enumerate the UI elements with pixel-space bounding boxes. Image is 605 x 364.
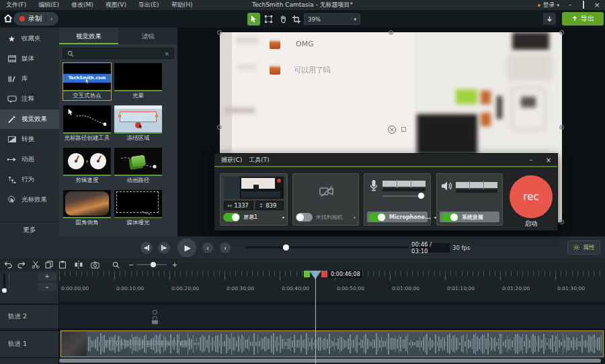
properties-button[interactable]: 属性 (567, 240, 600, 255)
split-button[interactable] (74, 261, 83, 269)
zoom-in-button[interactable]: + (170, 261, 179, 269)
login-caret-icon[interactable]: ▾ (557, 3, 559, 8)
home-button[interactable] (3, 14, 13, 23)
step-back-button[interactable]: ◀ (140, 242, 153, 254)
selection-handle[interactable] (559, 30, 564, 35)
effect-cursor-path-creator[interactable]: 光标路径创建工具 (63, 105, 111, 142)
selection-handle[interactable] (217, 125, 222, 130)
recorder-close-button[interactable]: × (540, 156, 557, 164)
download-button[interactable] (543, 13, 556, 25)
effect-clip-speed[interactable]: › 剪辑速度 (63, 148, 111, 185)
effect-rounded-corners[interactable]: 圆角倒角 (63, 190, 111, 227)
cursor-icon (67, 108, 74, 116)
sidebar-more-button[interactable]: 更多 (0, 222, 59, 234)
selection-handle[interactable] (217, 30, 222, 35)
timeline-horizontal-scrollbar[interactable] (59, 359, 601, 363)
crop-tool-button[interactable] (290, 13, 302, 26)
sidebar-item-behaviors[interactable]: 行为 (0, 170, 59, 189)
screen-source-row[interactable]: 屏幕1 ▾ (223, 212, 284, 222)
mic-toggle[interactable] (369, 213, 386, 222)
anchor-center-icon[interactable] (387, 125, 397, 134)
screenshot-button[interactable] (90, 261, 99, 269)
sidebar-item-transitions[interactable]: 转换 (0, 130, 59, 149)
login-button[interactable]: 登录 (542, 1, 555, 9)
tab-filters[interactable]: 滤镜 (118, 28, 177, 44)
track-2-toggles[interactable] (152, 310, 158, 324)
sidebar-item-media[interactable]: 媒体 (0, 49, 59, 69)
sidebar-item-annotations[interactable]: 注释 (0, 89, 59, 109)
export-button[interactable]: 导出 (562, 12, 604, 26)
sidebar-item-favorites[interactable]: ★ 收藏夹 (0, 29, 59, 48)
play-button[interactable]: ▶ (177, 238, 196, 257)
playhead-out-handle[interactable] (321, 271, 327, 277)
zoom-out-button[interactable]: − (126, 261, 136, 269)
transform-tool-button[interactable] (262, 13, 275, 26)
effect-media-matte[interactable]: 媒体哑光 (114, 190, 162, 227)
cut-button[interactable] (31, 261, 40, 269)
mic-slider-knob[interactable] (418, 193, 424, 199)
tab-visual-effects[interactable]: 视觉效果 (59, 28, 118, 44)
track-height-knob[interactable] (2, 288, 7, 293)
playback-scrubber[interactable] (245, 246, 409, 248)
redo-button[interactable] (17, 261, 26, 269)
copy-button[interactable] (44, 261, 54, 269)
add-track-button[interactable]: + (38, 273, 56, 281)
phone-body (508, 54, 552, 81)
track-row-2[interactable]: 轨道 2 (0, 304, 605, 329)
recorder-menu-tools[interactable]: 工具(T) (249, 156, 270, 165)
mic-source-row[interactable]: Microphone... ▾ (367, 212, 428, 222)
screen-height-field[interactable]: ↕ 839 (255, 201, 284, 210)
recorder-menu-capture[interactable]: 捕获(C) (214, 156, 249, 165)
camera-source-row[interactable]: 未找到相机 ▾ (296, 212, 356, 222)
timeline-zoom-knob[interactable] (151, 262, 156, 267)
anchor-offset-handle[interactable] (401, 127, 406, 132)
step-forward-button[interactable]: ▶ (158, 242, 170, 254)
pan-tool-button[interactable] (276, 13, 289, 26)
collapse-tracks-button[interactable]: ⌄ (38, 283, 56, 291)
menu-edit[interactable]: 编辑(E) (32, 0, 65, 10)
track-1-header[interactable]: 轨道 1 (0, 331, 59, 357)
effect-animation-path[interactable]: 动画路径 (114, 148, 162, 185)
previous-clip-button[interactable]: ‹ (202, 242, 213, 253)
menu-view[interactable]: 视图(V) (99, 0, 132, 10)
search-clear-icon[interactable]: × (164, 50, 169, 57)
system-audio-row[interactable]: 系统音频 (440, 212, 499, 222)
paste-button[interactable] (58, 261, 67, 269)
selection-handle[interactable] (559, 220, 564, 224)
system-audio-toggle[interactable] (442, 213, 458, 222)
lock-icon[interactable] (152, 320, 158, 324)
effects-search-input[interactable]: × (63, 48, 174, 59)
screen-width-field[interactable]: ↔ 1337 (224, 201, 253, 210)
track-visibility-icon[interactable] (153, 310, 157, 314)
close-button[interactable]: × (590, 0, 604, 10)
media-clip[interactable]: 37709553406300489077416 (61, 330, 604, 357)
undo-button[interactable] (3, 261, 13, 269)
canvas-zoom-select[interactable]: 39% ▾ (304, 13, 360, 25)
edit-tool-button[interactable] (247, 13, 260, 26)
recorder-minimize-button[interactable]: – (522, 156, 540, 163)
sidebar-item-library[interactable]: 库 (0, 69, 59, 89)
camera-toggle[interactable] (296, 213, 313, 222)
restore-button[interactable] (577, 0, 590, 10)
menu-modify[interactable]: 修改(M) (65, 0, 99, 10)
selection-handle[interactable] (389, 30, 393, 35)
record-more-chevron[interactable]: › (50, 15, 53, 22)
screen-toggle[interactable] (223, 213, 240, 222)
playhead-line[interactable] (315, 271, 316, 364)
record-button[interactable]: 录制 › (13, 12, 58, 26)
next-clip-button[interactable]: › (220, 242, 231, 253)
sidebar-item-cursor-effects[interactable]: 光标效果 (0, 190, 59, 210)
track-2-header[interactable]: 轨道 2 (0, 305, 59, 328)
sidebar-item-visual-effects[interactable]: 视觉效果 (0, 109, 59, 129)
minimize-button[interactable]: – (563, 0, 577, 10)
scrubber-knob[interactable] (283, 244, 289, 251)
selection-handle[interactable] (559, 125, 564, 130)
menu-help[interactable]: 帮助(H) (165, 0, 199, 10)
effect-freeze-region[interactable]: 冻结区域 (114, 105, 162, 142)
menu-file[interactable]: 文件(F) (0, 0, 32, 10)
effect-interactive-hotspot[interactable]: TechSmith.com 交互式热点 (63, 63, 111, 100)
menu-export[interactable]: 导出(E) (132, 0, 165, 10)
sidebar-item-animations[interactable]: 动画 (0, 150, 59, 169)
rec-start-button[interactable]: rec (510, 175, 553, 218)
effect-glow[interactable]: 光晕 (114, 63, 162, 100)
